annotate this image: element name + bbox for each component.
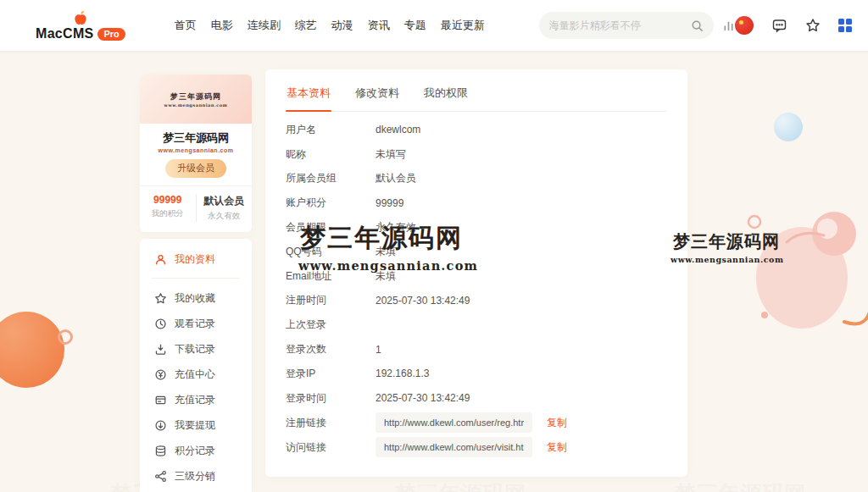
sidebar-item-withdraw[interactable]: 我要提现 [140,412,252,438]
field-row-email: Email地址 未填 [286,264,667,289]
member-group-expiry: 永久有效 [197,211,253,222]
cover-watermark-url: www.mengsannian.com [164,102,228,108]
copy-register-link-button[interactable]: 复制 [547,416,567,430]
main-nav: 首页 电影 连续剧 综艺 动漫 资讯 专题 最近更新 [175,18,485,33]
brand-pro-badge: Pro [97,28,125,41]
sidebar-item-label: 三级分销 [175,469,215,484]
nav-item-movies[interactable]: 电影 [211,18,233,33]
share-icon [154,470,167,483]
field-row-register-time: 注册时间 2025-07-30 13:42:49 [286,289,667,313]
cover-watermark-title: 梦三年源码网 [170,91,221,102]
ranking-chart-icon[interactable] [722,19,735,32]
field-value: 未填 [376,245,396,259]
nav-item-variety[interactable]: 综艺 [295,18,317,33]
decor-astronaut-illustration [736,193,868,346]
profile-detail-panel: 基本资料 修改资料 我的权限 用户名 dkewlcom 昵称 未填写 所属会员组… [265,69,687,477]
field-label: 登录时间 [286,391,376,406]
sidebar-item-label: 下载记录 [175,342,215,357]
decor-orange-ring [58,329,73,345]
field-value: 永久有效 [376,220,416,235]
tab-basic-info[interactable]: 基本资料 [286,82,331,111]
field-value: dkewlcom [376,124,420,135]
profile-name: 梦三年源码网 [140,130,252,146]
field-value: 未填 [376,269,396,284]
copy-visit-link-button[interactable]: 复制 [547,440,567,455]
user-icon [154,253,167,266]
nav-item-home[interactable]: 首页 [175,18,197,33]
points-label: 我的积分 [140,208,196,219]
profile-stats: 99999 我的积分 默认会员 永久有效 [140,185,252,222]
field-row-visit-link: 访问链接 复制 [286,435,667,460]
sidebar-item-distribution[interactable]: 三级分销 [140,463,252,489]
field-label: Email地址 [286,269,376,284]
search-box [539,12,714,39]
points-record-icon [154,445,167,457]
field-label: 注册时间 [286,293,376,307]
register-link-input[interactable] [376,412,532,433]
field-row-username: 用户名 dkewlcom [286,118,667,142]
field-value: 2025-07-30 13:42:49 [376,392,470,404]
field-label: 账户积分 [286,196,376,210]
profile-card: 梦三年源码网 www.mengsannian.com 梦三年源码网 www.me… [140,75,252,232]
field-label: 昵称 [286,147,376,162]
sidebar-item-downloads[interactable]: 下载记录 [140,336,252,362]
decor-orange-ball [0,312,64,388]
profile-cover-image: 梦三年源码网 www.mengsannian.com [140,75,252,124]
field-label: 登录次数 [286,342,376,357]
sidebar-item-label: 我的资料 [175,252,215,267]
sidebar-item-label: 充值记录 [175,393,215,407]
field-label: 会员期限 [286,220,376,235]
sidebar-menu: 我的资料 我的收藏 观看记录 [140,239,252,492]
field-label: 上次登录 [286,318,376,332]
message-icon[interactable] [771,18,787,33]
profile-site-url: www.mengsannian.com [140,147,252,153]
nav-item-recent[interactable]: 最近更新 [441,18,485,33]
sidebar-item-watch-history[interactable]: 观看记录 [140,311,252,336]
nav-item-series[interactable]: 连续剧 [248,18,281,33]
field-value: 未填写 [376,147,406,162]
field-label: QQ号码 [286,245,376,259]
apple-logo-icon [71,9,90,26]
page: 梦三年源码网 梦三年源码网 梦三年源码网 梦三年源码网 梦三年源码网 梦三年源码… [0,0,868,492]
logo[interactable]: MacCMS Pro [36,9,125,41]
field-label: 用户名 [286,123,376,137]
field-value: 192.168.1.3 [376,368,429,379]
points-value: 99999 [140,194,196,206]
upgrade-member-button[interactable]: 升级会员 [165,159,226,178]
recharge-icon [154,368,167,381]
sidebar-item-recharge-history[interactable]: 充值记录 [140,387,252,412]
field-value: 2025-07-30 13:42:49 [376,295,470,307]
field-value: 1 [376,344,381,356]
sidebar-item-favorites[interactable]: 我的收藏 [140,285,252,311]
sidebar-item-label: 充值中心 [175,368,215,382]
sidebar-item-points-history[interactable]: 积分记录 [140,438,252,463]
avatar[interactable] [735,16,754,35]
tab-edit-info[interactable]: 修改资料 [354,82,400,111]
search-input[interactable] [549,19,691,31]
download-icon [154,343,167,356]
sidebar-item-recharge-center[interactable]: 充值中心 [140,362,252,387]
field-row-login-time: 登录时间 2025-07-30 13:42:49 [286,386,667,411]
header-actions [735,16,852,35]
field-row-nickname: 昵称 未填写 [286,142,667,167]
nav-item-news[interactable]: 资讯 [368,18,390,33]
sidebar: 梦三年源码网 www.mengsannian.com 梦三年源码网 www.me… [140,75,252,492]
profile-tabs: 基本资料 修改资料 我的权限 [286,82,667,112]
field-row-login-count: 登录次数 1 [286,337,667,362]
search-icon[interactable] [691,19,704,32]
tab-permissions[interactable]: 我的权限 [423,82,469,111]
field-row-login-ip: 登录IP 192.168.1.3 [286,362,667,386]
nav-item-anime[interactable]: 动漫 [331,18,353,33]
clock-icon [154,318,167,330]
visit-link-input[interactable] [376,437,532,457]
favorite-star-icon[interactable] [805,18,821,33]
field-row-points: 账户积分 99999 [286,191,667,215]
field-row-register-link: 注册链接 复制 [286,411,667,435]
sidebar-item-my-profile[interactable]: 我的资料 [140,246,252,272]
star-icon [154,292,167,305]
field-row-qq: QQ号码 未填 [286,240,667,264]
app-download-icon[interactable] [838,19,852,32]
sidebar-item-label: 观看记录 [175,317,215,331]
nav-item-topics[interactable]: 专题 [404,18,426,33]
field-label: 注册链接 [286,416,376,430]
